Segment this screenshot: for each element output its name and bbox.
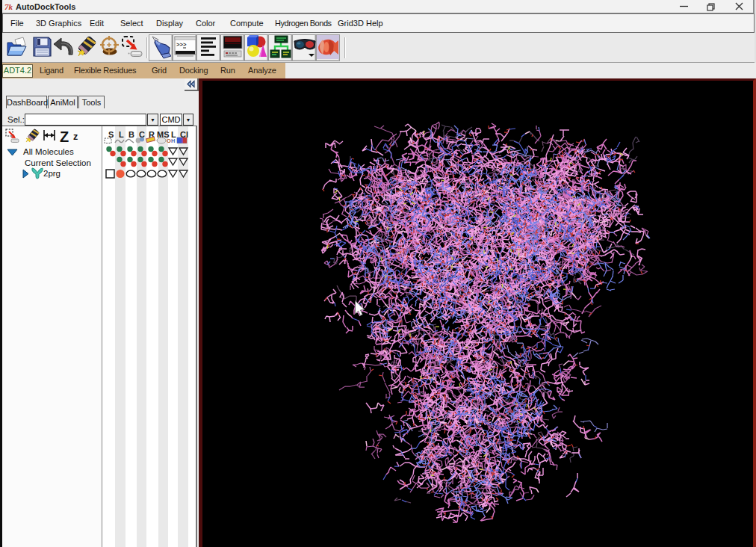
svg-text:Z: Z — [60, 129, 69, 145]
svg-text:z: z — [73, 132, 78, 142]
svg-text:>>>: >>> — [176, 42, 187, 48]
svg-text:7k: 7k — [4, 2, 13, 11]
svg-text:H: H — [171, 137, 175, 144]
